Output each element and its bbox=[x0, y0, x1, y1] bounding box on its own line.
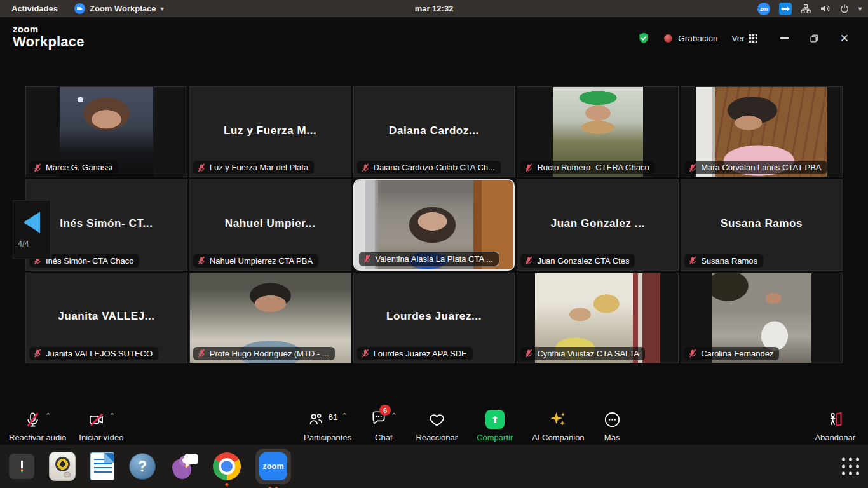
participant-name: Daiana Cardozo-Colab CTA Ch... bbox=[374, 163, 495, 172]
mic-muted-icon bbox=[361, 163, 370, 172]
participant-tile-active-speaker[interactable]: Valentina Alasia La Plata CTA ... bbox=[353, 179, 515, 270]
participant-name: Rocío Romero- CTERA Chaco bbox=[537, 163, 649, 172]
sparkles-icon bbox=[549, 410, 567, 428]
previous-page-button[interactable]: 4/4 bbox=[13, 200, 51, 259]
participant-tile[interactable]: Susana Ramos Susana Ramos bbox=[681, 179, 843, 270]
participant-tile[interactable]: Luz y Fuerza M... Luz y Fuerza Mar del P… bbox=[189, 86, 351, 177]
chrome-dock-icon[interactable] bbox=[213, 452, 241, 480]
network-icon[interactable] bbox=[801, 4, 811, 14]
mic-muted-icon bbox=[688, 256, 697, 265]
minimize-button[interactable] bbox=[780, 37, 789, 39]
participant-name: Luz y Fuerza Mar del Plata bbox=[210, 163, 308, 172]
ai-companion-label: AI Companion bbox=[532, 433, 584, 442]
chevron-down-icon[interactable]: ▾ bbox=[858, 5, 862, 12]
participant-tile[interactable]: Nahuel Umpier... Nahuel Umpierrez CTA PB… bbox=[189, 179, 351, 270]
participant-tile[interactable]: Carolina Fernandez bbox=[681, 273, 843, 363]
zoom-app-icon bbox=[74, 3, 85, 14]
chevron-down-icon: ▾ bbox=[161, 5, 164, 12]
close-button[interactable]: ✕ bbox=[840, 33, 849, 44]
ai-companion-button[interactable]: AI Companion bbox=[532, 408, 584, 442]
show-applications-button[interactable] bbox=[842, 458, 859, 475]
mic-muted-icon bbox=[524, 256, 533, 265]
arrow-left-icon bbox=[24, 212, 40, 233]
participant-name-pill: Daiana Cardozo-Colab CTA Ch... bbox=[357, 161, 501, 174]
chevron-up-icon[interactable]: ⌃ bbox=[391, 412, 397, 420]
mic-muted-icon bbox=[197, 163, 206, 172]
chevron-up-icon[interactable]: ⌃ bbox=[341, 412, 347, 420]
participant-name-pill: Rocío Romero- CTERA Chaco bbox=[520, 161, 654, 174]
leave-meeting-button[interactable]: Abandonar bbox=[815, 408, 855, 442]
heart-icon bbox=[428, 411, 445, 428]
participants-button[interactable]: 61 ⌃ Participantes bbox=[304, 408, 351, 442]
participant-tile[interactable]: Marce G. Ganassi bbox=[25, 86, 187, 177]
grid-view-icon bbox=[749, 34, 757, 43]
start-video-button[interactable]: ⌃ Iniciar vídeo bbox=[79, 408, 123, 442]
participant-display-name: Nahuel Umpier... bbox=[190, 217, 351, 230]
more-ellipsis-icon bbox=[604, 411, 621, 428]
participant-name-pill: Nahuel Umpierrez CTA PBA bbox=[193, 254, 318, 268]
participant-name-pill: Susana Ramos bbox=[684, 254, 763, 268]
participant-tile[interactable]: Cynthia Vuistaz CTA SALTA bbox=[517, 273, 679, 363]
chevron-up-icon[interactable]: ⌃ bbox=[45, 412, 51, 420]
participant-tile[interactable]: Juan Gonzalez ... Juan Gonzalez CTA Ctes bbox=[517, 179, 679, 270]
mic-muted-icon bbox=[33, 163, 42, 172]
mic-muted-icon bbox=[524, 163, 533, 172]
participant-tile[interactable]: Lourdes Juarez... Lourdes Juarez APA SDE bbox=[353, 273, 515, 363]
zoom-workplace-logo: zoom Workplace bbox=[13, 24, 85, 49]
record-dot-icon bbox=[664, 34, 672, 43]
pidgin-dock-icon[interactable] bbox=[170, 452, 198, 480]
unmute-audio-button[interactable]: ⌃ Reactivar audio bbox=[9, 408, 66, 442]
chat-button[interactable]: 6 ⌃ Chat bbox=[370, 408, 397, 442]
participant-tile[interactable]: Rocío Romero- CTERA Chaco bbox=[517, 86, 679, 177]
participant-name: Cynthia Vuistaz CTA SALTA bbox=[537, 349, 639, 358]
help-dock-icon[interactable]: ? bbox=[129, 453, 156, 480]
react-button[interactable]: Reaccionar bbox=[416, 408, 458, 442]
chat-label: Chat bbox=[375, 433, 392, 442]
teamviewer-tray-icon[interactable] bbox=[779, 3, 792, 15]
logo-line2: Workplace bbox=[13, 34, 85, 49]
participant-tile[interactable]: Daiana Cardoz... Daiana Cardozo-Colab CT… bbox=[353, 86, 515, 177]
audio-app-dock-icon[interactable] bbox=[49, 452, 76, 481]
participant-display-name: Susana Ramos bbox=[681, 217, 842, 230]
participant-name-pill: Juanita VALLEJOS SUTECO bbox=[29, 347, 158, 360]
power-icon[interactable] bbox=[839, 4, 850, 14]
logo-line1: zoom bbox=[13, 24, 85, 34]
clock[interactable]: mar 12:32 bbox=[415, 4, 454, 13]
zoom-dock-icon[interactable]: zoom bbox=[255, 449, 291, 484]
participant-tile[interactable]: Mara Corvalan Lanús CTAT PBA bbox=[681, 86, 843, 177]
app-menu[interactable]: Zoom Workplace ▾ bbox=[74, 3, 164, 14]
mic-muted-icon bbox=[361, 349, 370, 358]
participant-name: Profe Hugo Rodríguez (MTD - ... bbox=[210, 349, 329, 358]
participants-count: 61 bbox=[328, 412, 337, 422]
more-label: Más bbox=[604, 433, 620, 442]
writer-dock-icon[interactable] bbox=[90, 452, 114, 480]
participant-display-name: Luz y Fuerza M... bbox=[190, 124, 351, 137]
chat-badge: 6 bbox=[379, 405, 391, 416]
participant-name-pill: Cynthia Vuistaz CTA SALTA bbox=[520, 347, 645, 360]
participant-name-pill: Marce G. Ganassi bbox=[29, 161, 118, 174]
recording-indicator[interactable]: Grabación bbox=[664, 34, 717, 43]
participant-name: Nahuel Umpierrez CTA PBA bbox=[210, 256, 313, 266]
chevron-up-icon[interactable]: ⌃ bbox=[109, 412, 115, 420]
chrome-icon bbox=[213, 452, 241, 480]
more-button[interactable]: Más bbox=[604, 408, 621, 442]
participant-name-pill: Luz y Fuerza Mar del Plata bbox=[193, 161, 314, 174]
mic-muted-icon bbox=[197, 256, 206, 265]
participant-tile[interactable]: Profe Hugo Rodríguez (MTD - ... bbox=[189, 273, 351, 363]
zoom-window: zoom Workplace Grabación Ver ✕ bbox=[0, 17, 868, 445]
participant-tile[interactable]: Juanita VALLEJ... Juanita VALLEJOS SUTEC… bbox=[25, 273, 187, 363]
activities-button[interactable]: Actividades bbox=[8, 4, 62, 13]
volume-icon[interactable] bbox=[820, 4, 831, 13]
double-arrow-icon bbox=[781, 6, 790, 12]
security-shield-icon[interactable] bbox=[637, 31, 650, 45]
participant-display-name: Juan Gonzalez ... bbox=[517, 217, 678, 230]
meeting-toolbar: ⌃ Reactivar audio ⌃ Iniciar vídeo 6 bbox=[0, 400, 868, 445]
share-screen-button[interactable]: Compartir bbox=[477, 408, 513, 442]
view-button[interactable]: Ver bbox=[731, 34, 757, 43]
zoom-tray-icon[interactable]: zm bbox=[757, 3, 770, 15]
page-indicator: 4/4 bbox=[13, 240, 29, 248]
desktop: Actividades Zoom Workplace ▾ mar 12:32 z… bbox=[0, 0, 868, 488]
restore-button[interactable] bbox=[810, 34, 818, 43]
question-mark-icon: ? bbox=[129, 453, 156, 480]
text-editor-dock-icon[interactable] bbox=[9, 454, 34, 479]
